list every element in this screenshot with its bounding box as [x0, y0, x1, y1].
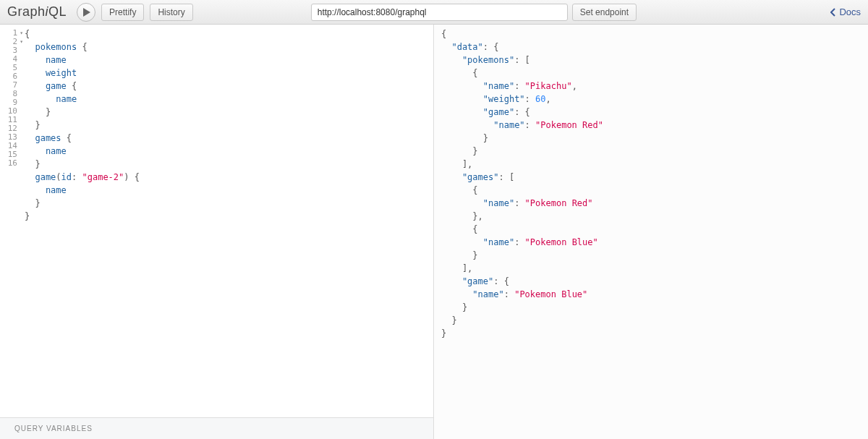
app-title: GraphiQL — [7, 4, 67, 20]
query-editor[interactable]: 1▾ 2▾ 3 4 5 6 7 8 9 10 11 12 13 14 15 16… — [0, 25, 433, 417]
query-gutter: 1▾ 2▾ 3 4 5 6 7 8 9 10 11 12 13 14 15 16 — [0, 25, 20, 417]
prettify-button[interactable]: Prettify — [101, 4, 144, 21]
docs-button[interactable]: Docs — [830, 7, 861, 17]
chevron-left-icon — [830, 8, 836, 17]
query-variables-bar[interactable]: QUERY VARIABLES — [0, 417, 433, 439]
execute-button[interactable] — [77, 3, 95, 22]
result-viewer[interactable]: { "data": { "pokemons": [ { "name": "Pik… — [434, 25, 868, 343]
query-variables-label: QUERY VARIABLES — [14, 425, 93, 432]
play-icon — [83, 8, 90, 17]
query-editor-column: 1▾ 2▾ 3 4 5 6 7 8 9 10 11 12 13 14 15 16… — [0, 25, 434, 439]
endpoint-input[interactable] — [311, 4, 568, 21]
query-code[interactable]: { pokemons { name weight game { name } }… — [20, 25, 433, 417]
body-area: 1▾ 2▾ 3 4 5 6 7 8 9 10 11 12 13 14 15 16… — [0, 25, 868, 439]
toolbar: GraphiQL Prettify History Set endpoint D… — [0, 0, 868, 25]
fold-icon[interactable]: ▾ — [20, 38, 23, 46]
endpoint-group: Set endpoint — [311, 4, 637, 21]
history-button[interactable]: History — [150, 4, 192, 21]
docs-label: Docs — [839, 7, 861, 17]
fold-icon[interactable]: ▾ — [20, 29, 23, 38]
result-column: { "data": { "pokemons": [ { "name": "Pik… — [434, 25, 868, 439]
set-endpoint-button[interactable]: Set endpoint — [572, 4, 637, 21]
